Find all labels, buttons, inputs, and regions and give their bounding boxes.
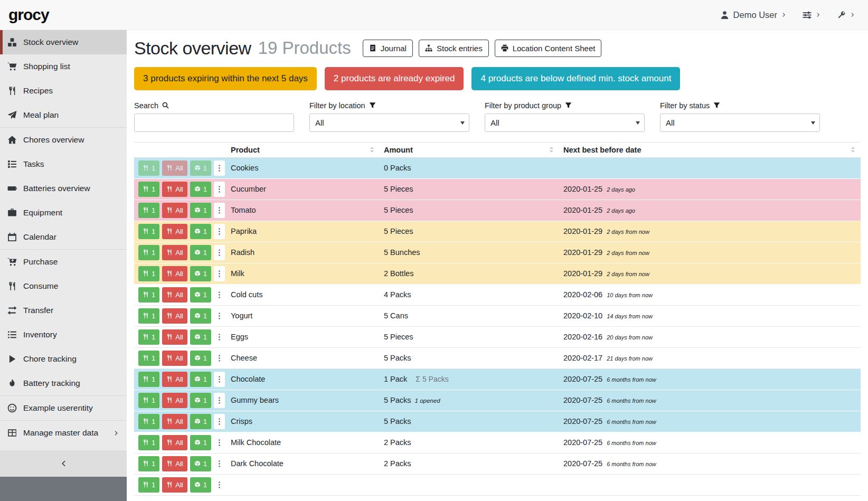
alert-info[interactable]: 4 products are below defined min. stock … [471,67,680,90]
sidebar-item-purchase[interactable]: Purchase [0,250,127,274]
col-next-best-before-date[interactable]: Next best before date [559,146,861,154]
consume-all-button[interactable]: All [162,266,187,281]
consume-one-button[interactable]: 1 [138,456,159,471]
open-one-button[interactable]: 1 [190,224,211,239]
settings-menu[interactable] [803,11,821,20]
product-name[interactable]: Milk Chocolate [227,438,380,447]
consume-all-button[interactable]: All [162,477,187,493]
product-group-filter-select[interactable]: All [485,114,645,132]
open-one-button[interactable]: 1 [190,477,211,493]
sort-icon[interactable] [548,146,555,153]
product-name[interactable]: Paprika [227,227,380,235]
sidebar-item-chore-tracking[interactable]: Chore tracking [0,347,127,371]
open-one-button[interactable]: 1 [190,372,211,387]
open-one-button[interactable]: 1 [190,329,211,345]
product-name[interactable]: Yogurt [227,311,380,320]
product-name[interactable]: Cheese [227,354,380,362]
consume-all-button[interactable]: All [162,372,187,387]
consume-all-button[interactable]: All [162,456,187,471]
consume-one-button[interactable]: 1 [138,393,159,408]
product-name[interactable]: Tomato [227,206,380,214]
consume-all-button[interactable]: All [162,224,187,239]
consume-one-button[interactable]: 1 [138,477,159,493]
location-filter-select[interactable]: All [309,114,469,132]
product-name[interactable]: Cold cuts [227,290,380,299]
admin-menu[interactable] [837,11,855,20]
consume-one-button[interactable]: 1 [138,160,159,176]
open-one-button[interactable]: 1 [190,203,211,218]
open-one-button[interactable]: 1 [190,393,211,408]
sidebar-item-manage-master-data[interactable]: Manage master data [0,421,127,445]
open-one-button[interactable]: 1 [190,266,211,281]
sidebar-item-shopping-list[interactable]: Shopping list [0,54,127,79]
row-menu-button[interactable] [214,160,225,176]
consume-one-button[interactable]: 1 [138,329,159,345]
consume-all-button[interactable]: All [162,245,187,260]
consume-one-button[interactable]: 1 [138,372,159,387]
sidebar-item-example-userentity[interactable]: Example userentity [0,396,127,420]
open-one-button[interactable]: 1 [190,160,211,176]
open-one-button[interactable]: 1 [190,351,211,366]
consume-all-button[interactable]: All [162,414,187,429]
product-name[interactable]: Dark Chocolate [227,459,380,468]
product-name[interactable]: Cookies [227,164,380,172]
consume-one-button[interactable]: 1 [138,266,159,281]
sidebar-item-stock-overview[interactable]: Stock overview [0,30,127,54]
row-menu-button[interactable] [214,456,225,471]
open-one-button[interactable]: 1 [190,245,211,260]
sort-icon[interactable] [369,146,375,153]
row-menu-button[interactable] [214,477,225,493]
row-menu-button[interactable] [214,308,225,324]
open-one-button[interactable]: 1 [190,435,211,450]
col-amount[interactable]: Amount [380,146,559,154]
consume-one-button[interactable]: 1 [138,245,159,260]
consume-all-button[interactable]: All [162,393,187,408]
sidebar-collapse-button[interactable] [0,450,127,477]
consume-all-button[interactable]: All [162,308,187,324]
row-menu-button[interactable] [214,245,225,260]
product-name[interactable]: Eggs [227,333,380,341]
row-menu-button[interactable] [214,372,225,387]
sidebar-item-battery-tracking[interactable]: Battery tracking [0,371,127,395]
row-menu-button[interactable] [214,224,225,239]
consume-all-button[interactable]: All [162,203,187,218]
open-one-button[interactable]: 1 [190,414,211,429]
location-content-sheet-button[interactable]: Location Content Sheet [495,40,602,57]
consume-all-button[interactable]: All [162,329,187,345]
product-name[interactable]: Gummy bears [227,396,380,404]
sidebar-item-recipes[interactable]: Recipes [0,79,127,103]
status-filter-select[interactable]: All [660,114,820,132]
sidebar-item-equipment[interactable]: Equipment [0,201,127,225]
journal-button[interactable]: Journal [363,40,413,57]
open-one-button[interactable]: 1 [190,182,211,197]
open-one-button[interactable]: 1 [190,456,211,471]
search-input[interactable] [134,114,294,132]
consume-one-button[interactable]: 1 [138,414,159,429]
product-name[interactable]: Radish [227,248,380,257]
alert-warning[interactable]: 3 products expiring within the next 5 da… [134,67,317,90]
product-name[interactable]: Cucumber [227,185,380,193]
product-name[interactable]: Crisps [227,417,380,426]
row-menu-button[interactable] [214,329,225,345]
row-menu-button[interactable] [214,393,225,408]
row-menu-button[interactable] [214,287,225,303]
sort-icon[interactable] [850,146,856,153]
row-menu-button[interactable] [214,414,225,429]
consume-one-button[interactable]: 1 [138,203,159,218]
consume-one-button[interactable]: 1 [138,182,159,197]
consume-one-button[interactable]: 1 [138,435,159,450]
open-one-button[interactable]: 1 [190,308,211,324]
product-name[interactable]: Milk [227,269,380,278]
row-menu-button[interactable] [214,435,225,450]
sidebar-item-inventory[interactable]: Inventory [0,323,127,347]
user-menu[interactable]: Demo User [720,10,787,20]
sidebar-item-consume[interactable]: Consume [0,274,127,298]
consume-all-button[interactable]: All [162,287,187,303]
row-menu-button[interactable] [214,203,225,218]
col-product[interactable]: Product [227,146,380,154]
row-menu-button[interactable] [214,351,225,366]
app-logo[interactable]: grocy [8,6,49,24]
consume-all-button[interactable]: All [162,182,187,197]
row-menu-button[interactable] [214,182,225,197]
consume-all-button[interactable]: All [162,351,187,366]
